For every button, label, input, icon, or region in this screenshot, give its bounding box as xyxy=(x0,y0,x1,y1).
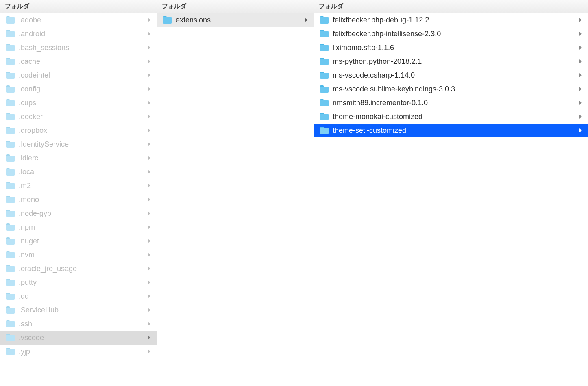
folder-label: ms-vscode.csharp-1.14.0 xyxy=(333,71,577,80)
folder-label: .idlerc xyxy=(19,154,145,163)
folder-item[interactable]: .docker xyxy=(0,110,157,124)
folder-icon xyxy=(6,30,15,37)
folder-item[interactable]: .m2 xyxy=(0,179,157,193)
folder-item[interactable]: felixfbecker.php-intellisense-2.3.0 xyxy=(314,27,588,41)
chevron-right-icon xyxy=(148,184,151,188)
folder-label: .IdentityService xyxy=(19,140,145,149)
folder-label: .oracle_jre_usage xyxy=(19,265,145,273)
folder-item[interactable]: .mono xyxy=(0,193,157,206)
column-2-list[interactable]: extensions xyxy=(157,13,314,386)
folder-icon xyxy=(320,58,329,65)
folder-item[interactable]: .config xyxy=(0,82,157,96)
folder-item[interactable]: .cups xyxy=(0,96,157,110)
chevron-right-icon xyxy=(148,46,151,50)
folder-item[interactable]: .adobe xyxy=(0,13,157,27)
folder-icon xyxy=(320,16,329,24)
chevron-right-icon xyxy=(148,336,151,340)
folder-icon xyxy=(6,141,15,148)
folder-label: extensions xyxy=(176,16,302,24)
column-1-list[interactable]: .adobe .android .bash_sessions .cache .c… xyxy=(0,13,157,386)
chevron-right-icon xyxy=(148,308,151,312)
folder-label: .local xyxy=(19,168,145,176)
folder-icon xyxy=(6,348,15,355)
column-2: フォルダ extensions xyxy=(157,0,314,386)
folder-item[interactable]: .idlerc xyxy=(0,151,157,165)
folder-icon xyxy=(6,58,15,65)
folder-item[interactable]: .IdentityService xyxy=(0,137,157,151)
folder-label: theme-monokai-customized xyxy=(333,113,577,121)
folder-item[interactable]: .bash_sessions xyxy=(0,41,157,54)
chevron-right-icon xyxy=(148,142,151,146)
folder-label: .node-gyp xyxy=(19,209,145,218)
folder-item[interactable]: .local xyxy=(0,165,157,179)
folder-item[interactable]: .vscode xyxy=(0,331,157,345)
folder-icon xyxy=(6,223,15,231)
folder-item[interactable]: .codeintel xyxy=(0,68,157,82)
folder-icon xyxy=(6,99,15,106)
folder-icon xyxy=(6,85,15,93)
folder-item[interactable]: .putty xyxy=(0,275,157,289)
folder-label: .npm xyxy=(19,223,145,232)
folder-label: theme-seti-customized xyxy=(333,126,577,135)
folder-icon xyxy=(320,99,329,106)
chevron-right-icon xyxy=(148,18,151,22)
chevron-right-icon xyxy=(148,156,151,160)
folder-item[interactable]: extensions xyxy=(157,13,314,27)
folder-item[interactable]: .nuget xyxy=(0,234,157,248)
folder-icon xyxy=(320,127,329,134)
folder-label: .config xyxy=(19,85,145,93)
folder-icon xyxy=(6,279,15,286)
folder-item[interactable]: .ServiceHub xyxy=(0,303,157,317)
folder-item[interactable]: .cache xyxy=(0,54,157,68)
chevron-right-icon xyxy=(579,115,582,119)
folder-item[interactable]: liximomo.sftp-1.1.6 xyxy=(314,41,588,54)
folder-item[interactable]: ms-vscode.sublime-keybindings-3.0.3 xyxy=(314,82,588,96)
folder-item[interactable]: theme-seti-customized xyxy=(314,124,588,137)
folder-item[interactable]: .dropbox xyxy=(0,124,157,137)
column-3: フォルダ felixfbecker.php-debug-1.12.2 felix… xyxy=(314,0,588,386)
folder-icon xyxy=(6,154,15,162)
folder-label: .ssh xyxy=(19,320,145,328)
column-2-header: フォルダ xyxy=(157,0,314,13)
folder-label: .mono xyxy=(19,195,145,204)
chevron-right-icon xyxy=(148,87,151,91)
folder-item[interactable]: .qd xyxy=(0,289,157,303)
folder-item[interactable]: .ssh xyxy=(0,317,157,331)
chevron-right-icon xyxy=(148,128,151,132)
folder-item[interactable]: .android xyxy=(0,27,157,41)
folder-icon xyxy=(6,196,15,203)
folder-icon xyxy=(6,168,15,176)
folder-label: ms-vscode.sublime-keybindings-3.0.3 xyxy=(333,85,577,93)
column-3-list[interactable]: felixfbecker.php-debug-1.12.2 felixfbeck… xyxy=(314,13,588,386)
folder-label: .vscode xyxy=(19,334,145,342)
folder-item[interactable]: felixfbecker.php-debug-1.12.2 xyxy=(314,13,588,27)
folder-icon xyxy=(6,237,15,245)
folder-icon xyxy=(163,16,172,24)
folder-item[interactable]: nmsmith89.incrementor-0.1.0 xyxy=(314,96,588,110)
folder-label: .cache xyxy=(19,57,145,66)
chevron-right-icon xyxy=(148,280,151,284)
folder-item[interactable]: ms-vscode.csharp-1.14.0 xyxy=(314,68,588,82)
folder-label: nmsmith89.incrementor-0.1.0 xyxy=(333,99,577,107)
folder-icon xyxy=(320,30,329,37)
column-1: フォルダ .adobe .android .bash_sessions .cac… xyxy=(0,0,157,386)
chevron-right-icon xyxy=(148,267,151,271)
folder-item[interactable]: .nvm xyxy=(0,248,157,262)
folder-item[interactable]: ms-python.python-2018.2.1 xyxy=(314,54,588,68)
chevron-right-icon xyxy=(579,73,582,77)
folder-item[interactable]: .oracle_jre_usage xyxy=(0,262,157,275)
chevron-right-icon xyxy=(148,32,151,36)
folder-item[interactable]: .yjp xyxy=(0,345,157,358)
chevron-right-icon xyxy=(148,170,151,174)
chevron-right-icon xyxy=(579,87,582,91)
chevron-right-icon xyxy=(148,115,151,119)
folder-icon xyxy=(6,265,15,272)
folder-item[interactable]: .node-gyp xyxy=(0,206,157,220)
folder-item[interactable]: .npm xyxy=(0,220,157,234)
chevron-right-icon xyxy=(148,349,151,353)
folder-label: .bash_sessions xyxy=(19,43,145,52)
folder-icon xyxy=(320,113,329,120)
chevron-right-icon xyxy=(579,32,582,36)
chevron-right-icon xyxy=(148,101,151,105)
folder-item[interactable]: theme-monokai-customized xyxy=(314,110,588,124)
